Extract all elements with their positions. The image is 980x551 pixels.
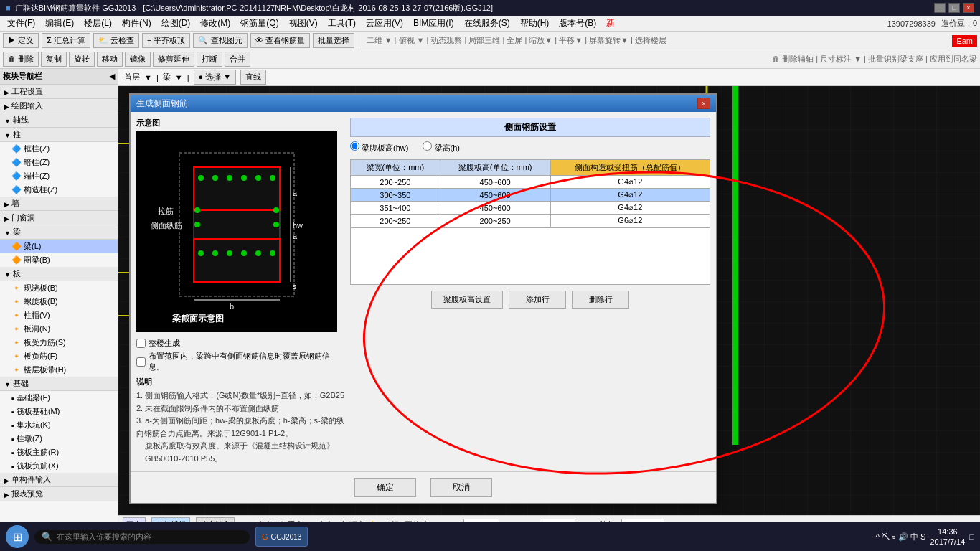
- sidebar-item-zm[interactable]: 🔸柱帽(V): [0, 309, 118, 322]
- btn-find[interactable]: 🔍 查找图元: [193, 33, 247, 48]
- td-3-3[interactable]: G4⌀12: [550, 202, 710, 215]
- menu-bim[interactable]: BIM应用(I): [409, 16, 458, 31]
- btn-view-rebar[interactable]: 👁 查看钢筋量: [250, 33, 310, 48]
- sidebar-item-bslj[interactable]: 🔸板受力筋(S): [0, 336, 118, 349]
- td-2-1[interactable]: 300~350: [351, 189, 440, 202]
- btn-height-setting[interactable]: 梁腹板高设置: [431, 291, 503, 309]
- sidebar-item-bd[interactable]: 🔸板洞(N): [0, 322, 118, 336]
- btn-add-row[interactable]: 添加行: [509, 291, 566, 309]
- btn-trim[interactable]: 修剪延伸: [153, 52, 194, 67]
- sidebar-section-report[interactable]: 报表预览: [0, 487, 118, 501]
- menu-version[interactable]: 版本号(B): [555, 16, 600, 31]
- radio-h-label[interactable]: 梁高(h): [423, 141, 460, 154]
- menu-cloud[interactable]: 云应用(V): [362, 16, 407, 31]
- btn-select[interactable]: ● 选择 ▼: [194, 70, 237, 85]
- sidebar-item-lcpd[interactable]: 🔸楼层板带(H): [0, 363, 118, 377]
- btn-rotate[interactable]: 旋转: [69, 52, 95, 67]
- breadcrumb-floor-arrow[interactable]: ▼: [144, 73, 152, 82]
- btn-copy[interactable]: 复制: [41, 52, 67, 67]
- menu-component[interactable]: 构件(N): [118, 16, 156, 31]
- menu-new[interactable]: 新: [602, 16, 619, 31]
- td-2-2[interactable]: 450~600: [440, 189, 550, 202]
- btn-move[interactable]: 移动: [97, 52, 123, 67]
- dialog-close-btn[interactable]: ×: [697, 98, 710, 109]
- menu-rebar[interactable]: 钢筋量(Q): [236, 16, 283, 31]
- btn-mirror[interactable]: 镜像: [125, 52, 151, 67]
- sidebar-section-door[interactable]: 门窗洞: [0, 211, 118, 225]
- taskbar-tray: ^ ⛏ ⌨ 🔊 中 S 14:36 2017/7/14 □: [876, 527, 974, 547]
- sidebar-content: 工程设置 绘图输入 轴线 柱 🔷: [0, 85, 118, 534]
- breadcrumb-beam[interactable]: 梁: [163, 72, 171, 83]
- td-4-2[interactable]: 200~250: [440, 215, 550, 227]
- sidebar-item-lxb[interactable]: 🔸螺旋板(B): [0, 295, 118, 309]
- td-1-3[interactable]: G4⌀12: [550, 176, 710, 189]
- menu-floor[interactable]: 楼层(L): [80, 16, 116, 31]
- radio-hw[interactable]: [350, 141, 359, 151]
- sidebar-item-bfj[interactable]: 🔸板负筋(F): [0, 349, 118, 363]
- sidebar-toggle[interactable]: ◀: [109, 72, 115, 81]
- sidebar-item-xjb[interactable]: 🔸现浇板(B): [0, 281, 118, 295]
- btn-calc[interactable]: Σ 汇总计算: [42, 33, 90, 48]
- sidebar-item-dz[interactable]: 🔷 端柱(Z): [0, 169, 118, 183]
- btn-batch-select[interactable]: 批量选择: [313, 33, 354, 48]
- menu-edit[interactable]: 编辑(E): [41, 16, 78, 31]
- sidebar-section-draw[interactable]: 绘图输入: [0, 99, 118, 113]
- td-1-1[interactable]: 200~250: [351, 176, 440, 189]
- sidebar-item-zd[interactable]: ▪柱墩(Z): [0, 432, 118, 446]
- sidebar-section-project[interactable]: 工程设置: [0, 85, 118, 99]
- checkbox-cover-input[interactable]: [136, 357, 146, 367]
- sidebar-section-beam[interactable]: 梁: [0, 225, 118, 240]
- sidebar-item-kz[interactable]: 🔷 框柱(Z): [0, 142, 118, 156]
- btn-cancel[interactable]: 取消: [430, 478, 492, 497]
- breadcrumb-floor[interactable]: 首层: [124, 72, 140, 83]
- sidebar-item-fbzj[interactable]: ▪筏板主筋(R): [0, 446, 118, 459]
- menu-draw[interactable]: 绘图(D): [157, 16, 195, 31]
- btn-cloud-check[interactable]: ⛅ 云检查: [93, 33, 139, 48]
- sidebar-item-jsk[interactable]: ▪集水坑(K): [0, 418, 118, 432]
- td-4-1[interactable]: 200~250: [351, 215, 440, 227]
- radio-hw-label[interactable]: 梁腹板高(hw): [350, 141, 408, 154]
- sidebar-item-jcl[interactable]: ▪基础梁(F): [0, 391, 118, 405]
- sidebar-item-fbfj[interactable]: ▪筏板负筋(X): [0, 459, 118, 473]
- sidebar-item-fbj[interactable]: ▪筏板基础(M): [0, 405, 118, 418]
- sidebar-section-column[interactable]: 柱: [0, 128, 118, 142]
- checkbox-whole-floor-input[interactable]: [136, 339, 146, 348]
- sidebar-section-slab[interactable]: 板: [0, 267, 118, 281]
- btn-merge[interactable]: 合并: [225, 52, 250, 67]
- menu-modify[interactable]: 修改(M): [196, 16, 235, 31]
- btn-delete-row[interactable]: 删除行: [572, 291, 629, 309]
- sidebar-section-single[interactable]: 单构件输入: [0, 473, 118, 487]
- breadcrumb-beam-arrow[interactable]: ▼: [175, 73, 183, 82]
- btn-break[interactable]: 打断: [197, 52, 222, 67]
- btn-align-top[interactable]: ≡ 平齐板顶: [142, 33, 190, 48]
- sidebar-item-gjz[interactable]: 🔷 构造柱(Z): [0, 183, 118, 197]
- menu-view[interactable]: 视图(V): [285, 16, 322, 31]
- btn-line[interactable]: 直线: [240, 70, 266, 85]
- close-btn[interactable]: ×: [963, 3, 974, 13]
- maximize-btn[interactable]: □: [948, 3, 960, 13]
- td-1-2[interactable]: 450~600: [440, 176, 550, 189]
- btn-confirm[interactable]: 确定: [354, 478, 416, 497]
- td-4-3[interactable]: G6⌀12: [550, 215, 710, 227]
- btn-delete[interactable]: 🗑 删除: [3, 52, 39, 67]
- btn-define[interactable]: ▶ 定义: [3, 33, 39, 48]
- sidebar-item-ql[interactable]: 🔶 圈梁(B): [0, 253, 118, 267]
- note-line-1: 1. 侧面钢筋输入格式：(G或N)数量*级别+直径，如：G2B25: [136, 390, 344, 402]
- start-button[interactable]: ⊞: [6, 525, 29, 548]
- sidebar-section-wall[interactable]: 墙: [0, 197, 118, 211]
- minimize-btn[interactable]: _: [934, 3, 946, 13]
- td-3-1[interactable]: 351~400: [351, 202, 440, 215]
- sidebar-section-axis[interactable]: 轴线: [0, 113, 118, 128]
- taskbar-app-item[interactable]: G GGJ2013: [255, 527, 308, 547]
- section-axis-label: 轴线: [13, 115, 29, 126]
- td-2-3[interactable]: G4⌀12: [550, 189, 710, 202]
- menu-online[interactable]: 在线服务(S): [460, 16, 514, 31]
- sidebar-item-az[interactable]: 🔷 暗柱(Z): [0, 156, 118, 169]
- td-3-2[interactable]: 450~600: [440, 202, 550, 215]
- menu-help[interactable]: 帮助(H): [516, 16, 554, 31]
- menu-file[interactable]: 文件(F): [3, 16, 39, 31]
- sidebar-section-foundation[interactable]: 基础: [0, 377, 118, 391]
- sidebar-item-liang[interactable]: 🔶 梁(L): [0, 240, 118, 253]
- radio-h[interactable]: [423, 141, 432, 151]
- menu-tools[interactable]: 工具(T): [324, 16, 360, 31]
